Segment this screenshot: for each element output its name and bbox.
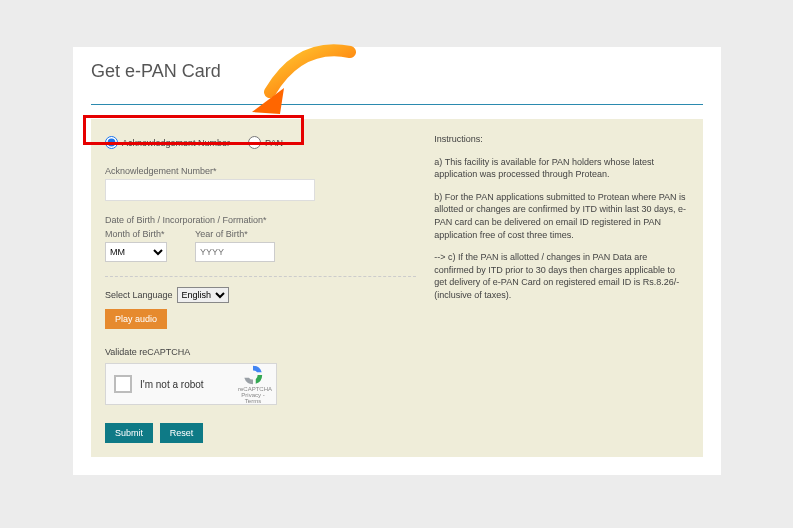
divider [105,276,416,277]
recaptcha-sub: Privacy - Terms [238,392,268,404]
radio-ack[interactable]: Acknowledgement Number [105,136,230,149]
instruction-c: --> c) If the PAN is allotted / changes … [434,251,689,301]
form-column: Acknowledgement Number PAN Acknowledgeme… [105,133,416,443]
month-label: Month of Birth* [105,229,167,239]
content-panel: Acknowledgement Number PAN Acknowledgeme… [91,119,703,457]
dob-label: Date of Birth / Incorporation / Formatio… [105,215,416,225]
recaptcha-logo: reCAPTCHA Privacy - Terms [238,364,268,404]
ack-label: Acknowledgement Number* [105,166,416,176]
submit-row: Submit Reset [105,423,416,443]
instruction-a: a) This facility is available for PAN ho… [434,156,689,181]
year-input[interactable] [195,242,275,262]
language-row: Select Language English [105,287,416,303]
main-card: Get e-PAN Card Acknowledgement Number PA… [73,47,721,475]
recaptcha-icon [242,364,264,386]
radio-ack-label: Acknowledgement Number [122,138,230,148]
instruction-b: b) For the PAN applications submitted to… [434,191,689,241]
recaptcha-widget[interactable]: I'm not a robot reCAPTCHA Privacy - Term… [105,363,277,405]
radio-group: Acknowledgement Number PAN [105,133,416,152]
instructions-head: Instructions: [434,133,689,146]
reset-button[interactable]: Reset [160,423,204,443]
captcha-label: Validate reCAPTCHA [105,347,416,357]
ack-input[interactable] [105,179,315,201]
recaptcha-text: I'm not a robot [140,379,230,390]
year-label: Year of Birth* [195,229,275,239]
ack-field-group: Acknowledgement Number* [105,166,416,201]
radio-pan[interactable]: PAN [248,136,283,149]
language-label: Select Language [105,290,173,300]
page-title: Get e-PAN Card [91,61,703,105]
captcha-section: Validate reCAPTCHA I'm not a robot reCAP… [105,347,416,405]
dob-group: Date of Birth / Incorporation / Formatio… [105,215,416,262]
recaptcha-checkbox[interactable] [114,375,132,393]
radio-pan-label: PAN [265,138,283,148]
submit-button[interactable]: Submit [105,423,153,443]
language-select[interactable]: English [177,287,229,303]
radio-ack-input[interactable] [105,136,118,149]
radio-pan-input[interactable] [248,136,261,149]
month-select[interactable]: MM [105,242,167,262]
instructions-column: Instructions: a) This facility is availa… [416,133,689,443]
play-audio-button[interactable]: Play audio [105,309,167,329]
